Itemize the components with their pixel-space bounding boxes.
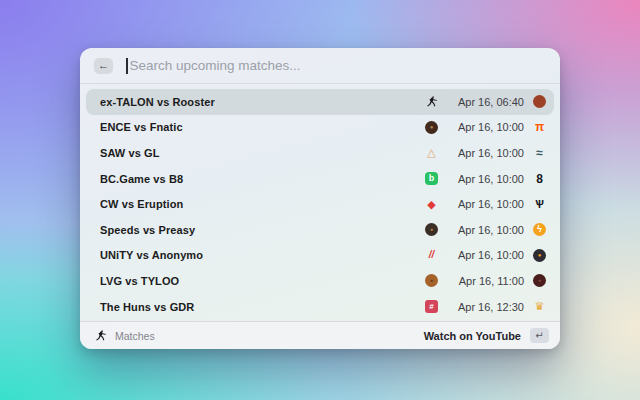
match-meta: b Apr 16, 10:00 8 — [425, 172, 546, 185]
cs-player-icon — [425, 95, 438, 108]
match-title: LVG vs TYLOO — [100, 275, 179, 287]
match-datetime: Apr 16, 11:00 — [448, 275, 524, 287]
search-panel: ← ex-TALON vs Rooster Apr 16, 06:40 ENCE… — [80, 48, 560, 349]
back-button[interactable]: ← — [94, 58, 113, 74]
match-datetime: Apr 16, 10:00 — [448, 224, 524, 236]
saw-logo-icon: △ — [425, 146, 438, 159]
match-title: SAW vs GL — [100, 147, 160, 159]
tyloo-logo-icon: ● — [533, 274, 546, 287]
match-row-ence-vs-fnatic[interactable]: ENCE vs Fnatic ● Apr 16, 10:00 π — [86, 115, 554, 141]
match-row-speeds-vs-preasy[interactable]: Speeds vs Preasy ● Apr 16, 10:00 ϟ — [86, 217, 554, 243]
match-row-huns-vs-gdr[interactable]: The Huns vs GDR # Apr 16, 12:30 ♛ — [86, 294, 554, 320]
match-title: Speeds vs Preasy — [100, 224, 195, 236]
match-title: ex-TALON vs Rooster — [100, 96, 215, 108]
match-row-saw-vs-gl[interactable]: SAW vs GL △ Apr 16, 10:00 ≈ — [86, 140, 554, 166]
extension-info: Matches — [94, 329, 155, 342]
huns-logo-icon: # — [425, 300, 438, 313]
match-meta: // Apr 16, 10:00 ● — [425, 249, 546, 262]
search-bar: ← — [80, 48, 560, 84]
match-meta: Apr 16, 06:40 — [425, 95, 546, 108]
arrow-left-icon: ← — [98, 58, 109, 73]
match-row-bcgame-vs-b8[interactable]: BC.Game vs B8 b Apr 16, 10:00 8 — [86, 166, 554, 192]
extension-label: Matches — [115, 330, 155, 342]
match-list: ex-TALON vs Rooster Apr 16, 06:40 ENCE v… — [80, 84, 560, 321]
match-row-lvg-vs-tyloo[interactable]: LVG vs TYLOO ● Apr 16, 11:00 ● — [86, 268, 554, 294]
bcgame-logo-icon: b — [425, 172, 438, 185]
match-meta: # Apr 16, 12:30 ♛ — [425, 300, 546, 313]
match-datetime: Apr 16, 10:00 — [448, 173, 524, 185]
desktop-background: { "search": { "back_glyph": "←", "placeh… — [0, 0, 640, 400]
match-datetime: Apr 16, 10:00 — [448, 147, 524, 159]
match-datetime: Apr 16, 06:40 — [448, 96, 524, 108]
match-meta: ◆ Apr 16, 10:00 Ѱ — [425, 198, 546, 211]
search-input[interactable] — [128, 48, 547, 83]
match-meta: ● Apr 16, 10:00 π — [425, 121, 546, 134]
match-title: The Huns vs GDR — [100, 301, 194, 313]
gdr-logo-icon: ♛ — [533, 300, 546, 313]
cs-player-icon — [94, 329, 107, 342]
match-meta: ● Apr 16, 10:00 ϟ — [425, 223, 546, 236]
match-row-ex-talon-vs-rooster[interactable]: ex-TALON vs Rooster Apr 16, 06:40 — [86, 89, 554, 115]
match-row-cw-vs-eruption[interactable]: CW vs Eruption ◆ Apr 16, 10:00 Ѱ — [86, 191, 554, 217]
fnatic-logo-icon: π — [533, 121, 546, 134]
speeds-logo-icon: ● — [425, 223, 438, 236]
primary-action[interactable]: Watch on YouTube ↵ — [424, 328, 549, 343]
match-title: ENCE vs Fnatic — [100, 121, 183, 133]
preasy-logo-icon: ϟ — [533, 223, 546, 236]
match-datetime: Apr 16, 10:00 — [448, 121, 524, 133]
unity-logo-icon: // — [425, 249, 438, 262]
primary-action-label: Watch on YouTube — [424, 330, 521, 342]
match-title: CW vs Eruption — [100, 198, 183, 210]
gl-logo-icon: ≈ — [533, 146, 546, 159]
eruption-logo-icon: Ѱ — [533, 198, 546, 211]
match-title: UNiTY vs Anonymo — [100, 249, 203, 261]
match-meta: △ Apr 16, 10:00 ≈ — [425, 146, 546, 159]
anonymo-logo-icon: ● — [533, 249, 546, 262]
match-datetime: Apr 16, 10:00 — [448, 198, 524, 210]
cw-logo-icon: ◆ — [425, 198, 438, 211]
match-datetime: Apr 16, 12:30 — [448, 301, 524, 313]
match-meta: ● Apr 16, 11:00 ● — [425, 274, 546, 287]
match-title: BC.Game vs B8 — [100, 173, 183, 185]
action-bar: Matches Watch on YouTube ↵ — [80, 321, 560, 349]
enter-key-icon[interactable]: ↵ — [530, 328, 549, 343]
b8-logo-icon: 8 — [533, 172, 546, 185]
rooster-logo-icon — [533, 95, 546, 108]
lvg-logo-icon: ● — [425, 274, 438, 287]
ence-logo-icon: ● — [425, 121, 438, 134]
match-row-unity-vs-anonymo[interactable]: UNiTY vs Anonymo // Apr 16, 10:00 ● — [86, 243, 554, 269]
match-datetime: Apr 16, 10:00 — [448, 249, 524, 261]
